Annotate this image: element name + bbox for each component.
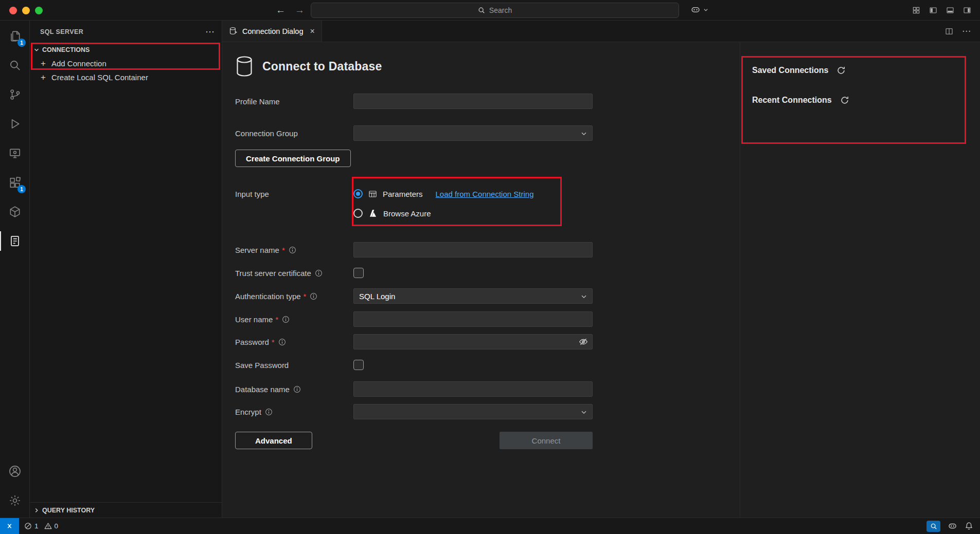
zoom-status-button[interactable] xyxy=(926,521,940,532)
connection-group-label: Connection Group xyxy=(235,129,353,138)
database-name-input[interactable] xyxy=(353,381,593,397)
copilot-menu[interactable] xyxy=(690,5,708,15)
copilot-icon xyxy=(690,5,701,15)
toggle-secondary-sidebar-icon[interactable] xyxy=(963,6,971,14)
azure-icon xyxy=(368,209,378,218)
server-name-label: Server name* xyxy=(235,246,353,254)
close-window-button[interactable] xyxy=(9,7,17,14)
search-icon xyxy=(478,7,485,14)
activity-source-control[interactable] xyxy=(0,82,29,107)
info-icon[interactable] xyxy=(310,292,317,300)
info-icon[interactable] xyxy=(282,316,290,323)
password-row: Password* xyxy=(235,334,740,349)
user-name-input[interactable] xyxy=(353,311,593,327)
server-name-row: Server name* xyxy=(235,242,740,257)
browse-azure-option-label: Browse Azure xyxy=(383,209,431,218)
password-field xyxy=(353,334,593,349)
more-actions-icon[interactable]: ⋯ xyxy=(962,26,971,36)
connect-button[interactable]: Connect xyxy=(500,432,593,449)
error-count: 1 xyxy=(34,522,39,530)
form-buttons-row: Advanced Connect xyxy=(235,432,593,449)
search-input[interactable]: Search xyxy=(311,3,679,18)
activity-extensions[interactable]: 1 xyxy=(0,170,29,195)
browse-azure-radio[interactable] xyxy=(353,209,363,218)
tab-bar: Connection Dialog × ⋯ xyxy=(222,21,980,42)
add-connection-label: Add Connection xyxy=(51,59,106,68)
activity-remote-explorer[interactable] xyxy=(0,141,29,165)
editor-group: Connection Dialog × ⋯ xyxy=(222,21,980,518)
errors-icon xyxy=(24,522,32,530)
activity-containers[interactable] xyxy=(0,199,29,224)
profile-name-row: Profile Name xyxy=(235,94,740,109)
user-name-label: User name* xyxy=(235,315,353,324)
close-tab-icon[interactable]: × xyxy=(310,27,315,36)
password-label: Password* xyxy=(235,338,353,346)
connection-dialog-webview: Connect to Database Profile Name Connect… xyxy=(222,42,980,518)
tab-label: Connection Dialog xyxy=(242,27,304,35)
info-icon[interactable] xyxy=(315,269,323,277)
search-placeholder: Search xyxy=(489,6,512,14)
browse-azure-option-row: Browse Azure xyxy=(353,205,593,222)
profile-name-input[interactable] xyxy=(353,94,593,109)
explorer-badge: 1 xyxy=(17,39,26,47)
sidebar-item-add-connection[interactable]: + Add Connection xyxy=(30,57,222,70)
input-type-label: Input type xyxy=(235,186,353,202)
parameters-radio[interactable] xyxy=(353,189,363,198)
extensions-badge: 1 xyxy=(17,185,26,193)
info-icon[interactable] xyxy=(289,246,296,254)
chevron-down-icon xyxy=(33,46,40,53)
required-marker: * xyxy=(304,292,307,301)
recent-connections-title: Recent Connections xyxy=(752,96,832,105)
maximize-window-button[interactable] xyxy=(35,7,43,14)
chevron-down-icon xyxy=(580,409,587,416)
back-icon[interactable]: ← xyxy=(276,5,286,16)
refresh-icon[interactable] xyxy=(836,66,846,75)
problems-indicator[interactable]: 1 0 xyxy=(24,522,61,530)
activity-sql-server[interactable] xyxy=(0,229,29,253)
history-navigation: ← → xyxy=(276,0,305,20)
activity-run-debug[interactable] xyxy=(0,112,29,136)
authentication-type-row: Authentication type* SQL Login xyxy=(235,288,740,304)
password-input[interactable] xyxy=(353,334,593,349)
customize-layout-icon[interactable] xyxy=(912,6,920,14)
sidebar-more-icon[interactable]: ⋯ xyxy=(205,26,215,38)
required-marker: * xyxy=(272,338,275,346)
advanced-button[interactable]: Advanced xyxy=(235,432,312,449)
remote-indicator[interactable] xyxy=(0,518,19,534)
main-row: 1 1 xyxy=(0,21,980,518)
toggle-sidebar-icon[interactable] xyxy=(929,6,937,14)
chevron-down-icon xyxy=(703,7,708,12)
create-connection-group-button[interactable]: Create Connection Group xyxy=(235,150,351,167)
activity-settings[interactable] xyxy=(0,488,29,513)
info-icon[interactable] xyxy=(278,338,286,346)
eye-off-icon[interactable] xyxy=(579,337,588,346)
copilot-status-icon[interactable] xyxy=(948,521,957,531)
info-icon[interactable] xyxy=(293,385,301,393)
load-from-connection-string-link[interactable]: Load from Connection String xyxy=(436,190,534,198)
sidebar-item-create-local-sql-container[interactable]: + Create Local SQL Container xyxy=(30,70,222,84)
chevron-down-icon xyxy=(580,130,587,137)
forward-icon[interactable]: → xyxy=(295,5,305,16)
activity-explorer[interactable]: 1 xyxy=(0,24,29,48)
authentication-type-select[interactable]: SQL Login xyxy=(353,288,593,304)
notifications-bell-icon[interactable] xyxy=(965,522,973,530)
trust-server-certificate-checkbox[interactable] xyxy=(353,268,364,278)
database-icon xyxy=(235,56,254,77)
activity-accounts[interactable] xyxy=(0,459,29,484)
minimize-window-button[interactable] xyxy=(22,7,30,14)
save-password-checkbox[interactable] xyxy=(353,360,364,370)
server-name-input[interactable] xyxy=(353,242,593,257)
encrypt-select[interactable] xyxy=(353,404,593,419)
info-icon[interactable] xyxy=(265,408,273,416)
tab-connection-dialog[interactable]: Connection Dialog × xyxy=(222,21,322,42)
activity-search[interactable] xyxy=(0,53,29,78)
chevron-right-icon xyxy=(33,507,40,514)
connection-group-select[interactable] xyxy=(353,125,593,141)
query-history-section-header[interactable]: QUERY HISTORY xyxy=(30,502,222,518)
activity-bar: 1 1 xyxy=(0,21,30,518)
refresh-icon[interactable] xyxy=(840,96,849,105)
layout-controls xyxy=(912,0,971,20)
split-editor-icon[interactable] xyxy=(945,27,953,35)
connections-section-header[interactable]: CONNECTIONS xyxy=(30,43,222,57)
toggle-panel-icon[interactable] xyxy=(946,6,954,14)
